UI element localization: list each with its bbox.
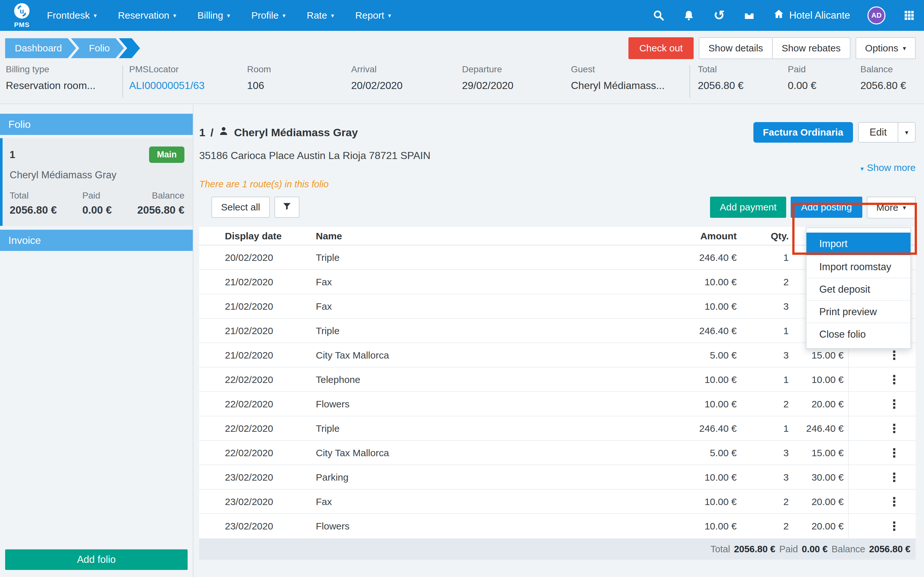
- property-name: Hotel Alicante: [789, 10, 850, 21]
- show-more-link[interactable]: ▾Show more: [199, 162, 916, 173]
- cell-total: 20.00 €: [789, 496, 848, 507]
- table-row[interactable]: 23/02/2020 Fax 10.00 € 2 20.00 € ⋮: [199, 490, 916, 514]
- pms-logo[interactable]: u PMS: [8, 3, 35, 29]
- invoice-type-button[interactable]: Factura Ordinaria: [753, 122, 853, 143]
- folio-paid: Paid 0.00 €: [82, 190, 112, 216]
- folio-guest-name: Cheryl Médiamass Gray: [10, 169, 184, 181]
- table-row[interactable]: 22/02/2020 City Tax Mallorca 5.00 € 3 15…: [199, 441, 916, 465]
- kebab-menu-icon[interactable]: ⋮: [888, 471, 900, 484]
- nav-menu-item[interactable]: Billing ▾: [198, 10, 230, 21]
- nav-menu-item[interactable]: Report ▾: [355, 10, 391, 21]
- dropdown-menu-item[interactable]: Import roomstay: [806, 255, 911, 277]
- bell-icon[interactable]: [683, 9, 695, 22]
- cell-name: City Tax Mallorca: [316, 448, 676, 458]
- cell-amount: 5.00 €: [676, 350, 737, 361]
- filter-button[interactable]: [274, 197, 299, 218]
- add-payment-button[interactable]: Add payment: [710, 197, 786, 218]
- divider: [689, 66, 690, 98]
- cell-total: 15.00 €: [789, 350, 848, 361]
- nav-menu-item[interactable]: Frontdesk ▾: [47, 10, 97, 21]
- cell-qty: 2: [737, 496, 789, 507]
- main-menu: Frontdesk ▾ Reservation ▾ Billing ▾ Prof…: [47, 10, 391, 21]
- cell-display-date: 21/02/2020: [199, 326, 316, 336]
- cell-name: Fax: [316, 496, 676, 507]
- cell-name: Flowers: [316, 399, 676, 409]
- breadcrumb-dashboard[interactable]: Dashboard: [5, 38, 76, 58]
- breadcrumb-folio[interactable]: Folio: [71, 38, 124, 58]
- cell-total: 246.40 €: [789, 423, 848, 434]
- kebab-menu-icon[interactable]: ⋮: [888, 398, 900, 410]
- field-departure: Departure 29/02/2020: [462, 64, 514, 92]
- add-posting-button[interactable]: Add posting: [791, 197, 862, 218]
- edit-split-button: Edit ▾: [858, 122, 916, 143]
- field-room: Room 106: [247, 64, 271, 92]
- apps-grid-icon[interactable]: [903, 9, 916, 22]
- field-billing-type: Billing type Reservation room...: [6, 64, 95, 92]
- show-rebates-button[interactable]: Show rebates: [772, 37, 850, 59]
- navbar-right: ↺ Hotel Alicante AD: [652, 6, 916, 24]
- nav-menu-item[interactable]: Reservation ▾: [118, 10, 176, 21]
- show-details-button[interactable]: Show details: [699, 37, 773, 59]
- cell-total: 10.00 €: [789, 374, 848, 385]
- property-selector[interactable]: Hotel Alicante: [773, 8, 850, 23]
- sidebar-invoice-header: Invoice: [0, 230, 193, 251]
- table-row[interactable]: 22/02/2020 Triple 246.40 € 1 246.40 € ⋮: [199, 416, 916, 441]
- details-rebates-group: Show details Show rebates: [699, 37, 850, 59]
- kebab-menu-icon[interactable]: ⋮: [888, 447, 900, 459]
- nav-menu-item[interactable]: Rate ▾: [307, 10, 334, 21]
- col-qty: Qty.: [737, 230, 789, 242]
- folio-balance: Balance 2056.80 €: [137, 190, 184, 216]
- table-row[interactable]: 23/02/2020 Parking 10.00 € 3 30.00 € ⋮: [199, 465, 916, 490]
- chevron-down-icon: ▾: [282, 12, 286, 19]
- main-badge: Main: [149, 147, 184, 163]
- folio-card[interactable]: 1 Main Cheryl Médiamass Gray Total 2056.…: [0, 138, 193, 226]
- history-icon[interactable]: ↺: [713, 9, 726, 22]
- select-all-button[interactable]: Select all: [211, 197, 270, 218]
- dropdown-menu-item[interactable]: Close folio: [806, 322, 911, 345]
- breadcrumb: Dashboard Folio: [5, 38, 140, 58]
- nav-menu-item[interactable]: Profile ▾: [251, 10, 286, 21]
- cell-amount: 10.00 €: [676, 472, 737, 483]
- field-paid: Paid 0.00 €: [788, 64, 816, 92]
- edit-button[interactable]: Edit: [858, 122, 898, 143]
- table-row[interactable]: 23/02/2020 Flowers 10.00 € 2 20.00 € ⋮: [199, 514, 916, 538]
- table-row[interactable]: 22/02/2020 Flowers 10.00 € 2 20.00 € ⋮: [199, 392, 916, 416]
- cell-qty: 1: [737, 374, 789, 385]
- cell-total: 20.00 €: [789, 521, 848, 532]
- table-row[interactable]: 22/02/2020 Telephone 10.00 € 1 10.00 € ⋮: [199, 367, 916, 392]
- kebab-menu-icon[interactable]: ⋮: [888, 374, 900, 386]
- reservation-info-row: Billing type Reservation room... PMSLoca…: [0, 64, 924, 103]
- dropdown-menu-item[interactable]: Import: [806, 233, 911, 255]
- cell-amount: 246.40 €: [676, 326, 737, 336]
- folio-guest-title: Cheryl Médiamass Gray: [234, 126, 358, 139]
- svg-text:u: u: [19, 7, 24, 15]
- kebab-menu-icon[interactable]: ⋮: [888, 496, 900, 508]
- edit-dropdown-button[interactable]: ▾: [898, 122, 916, 143]
- field-balance: Balance 2056.80 €: [860, 64, 906, 92]
- col-display-date: Display date: [199, 230, 316, 242]
- field-total: Total 2056.80 €: [698, 64, 744, 92]
- pms-logo-text: PMS: [14, 21, 30, 29]
- add-folio-button[interactable]: Add folio: [5, 550, 188, 570]
- cell-display-date: 23/02/2020: [199, 521, 316, 532]
- more-button[interactable]: More ▾: [867, 197, 916, 218]
- cell-amount: 10.00 €: [676, 301, 737, 312]
- user-avatar[interactable]: AD: [868, 6, 885, 24]
- dropdown-menu-item[interactable]: Get deposit: [806, 277, 911, 300]
- check-out-button[interactable]: Check out: [628, 37, 694, 59]
- cell-qty: 2: [737, 277, 789, 287]
- options-button[interactable]: Options ▾: [856, 37, 916, 59]
- folio-title: 1 / Cheryl Médiamass Gray: [199, 126, 358, 139]
- inbox-icon[interactable]: [743, 9, 756, 22]
- kebab-menu-icon[interactable]: ⋮: [888, 422, 900, 435]
- dropdown-menu-item[interactable]: Print preview: [806, 300, 911, 322]
- locator-link[interactable]: ALI00000051/63: [129, 80, 204, 92]
- search-icon[interactable]: [652, 9, 665, 22]
- cell-qty: 2: [737, 399, 789, 409]
- kebab-menu-icon[interactable]: ⋮: [888, 349, 900, 361]
- cell-total: 15.00 €: [789, 448, 848, 458]
- cell-qty: 3: [737, 301, 789, 312]
- folio-index: 1: [199, 126, 205, 139]
- kebab-menu-icon[interactable]: ⋮: [888, 520, 900, 532]
- cell-display-date: 21/02/2020: [199, 301, 316, 312]
